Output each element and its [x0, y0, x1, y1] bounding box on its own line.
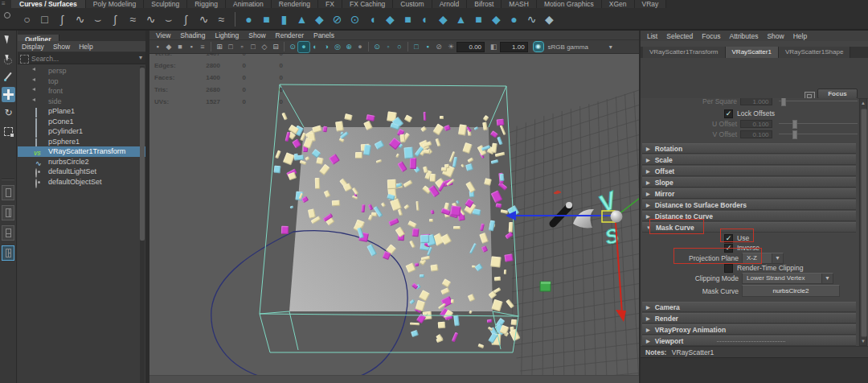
menu-custom[interactable]: Custom	[393, 0, 432, 8]
exposure-field[interactable]: 0.00	[457, 42, 485, 52]
collapse-arrow-icon[interactable]: ▶	[646, 338, 650, 344]
notes-text-area[interactable]	[641, 357, 868, 383]
shelf-icon[interactable]: ●	[241, 12, 256, 27]
two-pane-layout-button[interactable]	[2, 205, 14, 220]
menu-fx[interactable]: FX	[318, 0, 342, 8]
outliner-menu-display[interactable]: Display	[22, 43, 44, 51]
outliner-item-pPlane1[interactable]: pPlane1	[18, 106, 145, 117]
shelf-icon[interactable]: ◐	[418, 12, 433, 27]
outliner-item-defaultObjectSet[interactable]: defaultObjectSet	[18, 177, 145, 187]
shelf-icon[interactable]: ◖	[365, 12, 380, 27]
menu-sculpting[interactable]: Sculpting	[144, 0, 187, 8]
per-square-slider[interactable]	[779, 101, 858, 101]
use-checkbox[interactable]: ✓	[724, 234, 733, 243]
rotate-tool[interactable]: ↻	[2, 105, 15, 121]
manipulator-z-axis[interactable]	[619, 193, 639, 214]
shelf-icon[interactable]: ∿	[72, 12, 88, 27]
shelf-icon[interactable]: ∿	[196, 12, 211, 27]
viewport-toolbar-icon[interactable]: ⊘	[433, 42, 444, 52]
menu-bifrost[interactable]: Bifrost	[467, 0, 502, 8]
shelf-icon[interactable]: ■	[471, 12, 486, 27]
viewport-panel[interactable]: ViewShadingLightingShowRendererPanels ▪◆…	[149, 31, 639, 383]
pane-dot-layout-button[interactable]	[2, 225, 14, 241]
menu-fx-caching[interactable]: FX Caching	[342, 0, 393, 8]
shelf-icon[interactable]: ●	[506, 12, 522, 27]
shelf-icon[interactable]: ∿	[524, 12, 539, 27]
section-camera[interactable]: ▶Camera	[642, 302, 856, 312]
viewport-menu-shading[interactable]: Shading	[180, 31, 205, 39]
viewport-menu-renderer[interactable]: Renderer	[276, 31, 304, 39]
section-vrayproxy-animation[interactable]: ▶VRayProxy Animation	[642, 324, 856, 335]
color-management-icon[interactable]: ◉	[534, 42, 543, 51]
manipulator-y-arrowhead[interactable]	[616, 310, 626, 322]
outliner-search[interactable]: Search... ▾	[18, 52, 145, 64]
shelf-icon[interactable]: ∫	[178, 12, 194, 27]
collapse-arrow-icon[interactable]: ▶	[646, 304, 650, 310]
outliner-item-nurbsCircle2[interactable]: ∿nurbsCircle2	[18, 157, 145, 167]
scroll-down-icon[interactable]: ▼	[860, 339, 866, 344]
shelf-icon[interactable]: ▲	[294, 12, 309, 27]
tab-VRayScatter1Transform[interactable]: VRayScatter1Transform	[643, 47, 726, 58]
menu-set-selector[interactable]: Curves / Surfaces	[11, 0, 86, 8]
outliner-item-persp[interactable]: persp	[18, 66, 145, 76]
v-offset-value[interactable]: 0.100	[740, 130, 772, 138]
outliner-menu-help[interactable]: Help	[79, 43, 92, 51]
shelf-icon[interactable]: ◆	[542, 12, 557, 27]
per-square-slider-handle[interactable]	[781, 98, 786, 106]
section-render[interactable]: ▶Render	[642, 313, 856, 323]
colorspace-label[interactable]: sRGB gamma	[548, 43, 588, 51]
manipulator-x-arrowhead[interactable]	[506, 211, 516, 220]
ae-menu-attributes[interactable]: Attributes	[729, 32, 758, 40]
scene-canvas[interactable]: V S Verts:140700Edges:280000Faces:140000…	[149, 31, 639, 383]
collapse-arrow-icon[interactable]: ▶	[646, 146, 650, 151]
v-offset-slider[interactable]	[779, 134, 858, 134]
viewport-toolbar-icon[interactable]: ⊞	[214, 42, 225, 52]
u-offset-slider[interactable]	[779, 123, 858, 124]
lasso-tool[interactable]	[2, 51, 15, 66]
tab-VRayScatter1[interactable]: VRayScatter1	[726, 47, 779, 58]
outliner-item-pCone1[interactable]: pCone1	[18, 117, 145, 127]
ae-menu-focus[interactable]: Focus	[702, 32, 720, 40]
single-pane-layout-button[interactable]	[2, 185, 14, 200]
render-time-clipping-checkbox[interactable]	[724, 264, 733, 273]
inverse-checkbox[interactable]: ✓	[724, 244, 733, 253]
outliner-item-pCylinder1[interactable]: pCylinder1	[18, 126, 145, 137]
scroll-up-icon[interactable]: ▲	[860, 101, 866, 105]
viewport-toolbar-icon[interactable]: ▪	[152, 42, 163, 52]
outliner-item-pSphere1[interactable]: pSphere1	[18, 137, 145, 147]
shelf-icon[interactable]: ▮	[276, 12, 292, 27]
collapse-arrow-icon[interactable]: ▶	[646, 191, 650, 196]
menu-animation[interactable]: Animation	[226, 0, 272, 8]
notes-drag-handle[interactable]	[717, 341, 785, 342]
shelf-icon[interactable]: ◆	[489, 12, 504, 27]
outliner-item-defaultLightSet[interactable]: defaultLightSet	[18, 167, 145, 177]
shelf-icon[interactable]: ▲	[453, 12, 469, 27]
section-mask-curve[interactable]: ▼ Mask Curve	[642, 222, 856, 233]
viewport-toolbar-icon[interactable]: ⊙	[371, 42, 383, 52]
menu-xgen[interactable]: XGen	[602, 0, 635, 8]
menu-poly-modeling[interactable]: Poly Modeling	[86, 0, 144, 8]
viewport-toolbar-icon[interactable]: ▫	[236, 42, 248, 52]
viewport-toolbar-icon[interactable]: □	[248, 42, 259, 52]
viewport-toolbar-icon[interactable]: ○	[394, 42, 405, 52]
shelf-icon[interactable]: ⊘	[330, 12, 345, 27]
viewport-menu-view[interactable]: View	[156, 31, 170, 39]
collapse-arrow-icon[interactable]: ▶	[646, 157, 650, 163]
outliner-scroll-thumb[interactable]	[140, 68, 145, 241]
collapse-arrow-icon[interactable]: ▶	[646, 315, 650, 321]
ae-menu-help[interactable]: Help	[793, 32, 807, 40]
shelf-icon[interactable]: ⌣	[90, 12, 105, 27]
select-tool[interactable]	[2, 32, 15, 47]
viewport-menu-panels[interactable]: Panels	[313, 31, 334, 39]
tab-VRayScatter1Shape[interactable]: VRayScatter1Shape	[779, 47, 851, 58]
ae-menu-show[interactable]: Show	[767, 32, 784, 40]
viewport-toolbar-icon[interactable]: ⊟	[270, 42, 281, 52]
shelf-icon[interactable]: ■	[400, 12, 416, 27]
clipping-mode-dropdown[interactable]: Lower Strand Vertex ▼	[742, 273, 833, 284]
collapse-arrow-icon[interactable]: ▶	[646, 213, 650, 219]
shelf-toggle-icon[interactable]	[4, 12, 10, 19]
collapse-arrow-icon[interactable]: ▶	[646, 179, 650, 185]
viewport-menu-show[interactable]: Show	[248, 31, 265, 39]
outliner-persp-layout-button[interactable]	[2, 245, 14, 261]
shelf-icon[interactable]: ∿	[143, 12, 158, 27]
